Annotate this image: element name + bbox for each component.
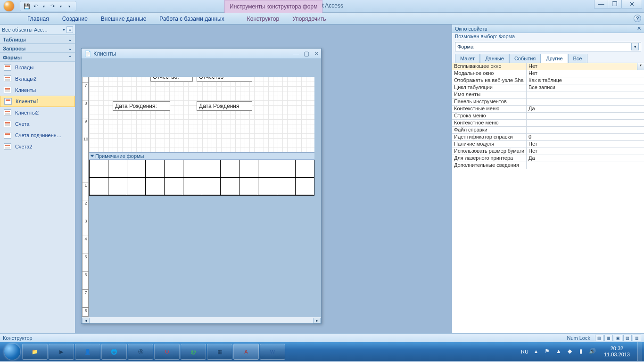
label-control[interactable]: Отчество:	[150, 77, 193, 82]
property-row[interactable]: Для лазерного принтераДа	[452, 155, 644, 162]
property-row[interactable]: Файл справки	[452, 127, 644, 134]
scroll-left-icon[interactable]: ◂	[82, 318, 90, 323]
property-row[interactable]: Имя ленты	[452, 91, 644, 99]
property-row[interactable]: Наличие модуляНет	[452, 141, 644, 148]
taskbar-explorer[interactable]: 📁	[22, 344, 48, 360]
nav-item-Клиенты1[interactable]: Клиенты1	[0, 96, 75, 107]
horizontal-scrollbar[interactable]: ◂ ▸	[82, 317, 321, 323]
tray-network-icon[interactable]: ▮	[578, 348, 585, 355]
taskbar-vbox[interactable]: ▦	[207, 344, 232, 360]
redo-icon[interactable]: ↷	[49, 2, 56, 10]
property-tab-Макет[interactable]: Макет	[455, 54, 480, 63]
text-control[interactable]: Отчество	[197, 77, 252, 82]
nav-item-Вклады[interactable]: Вклады	[0, 62, 75, 73]
property-tab-События[interactable]: События	[509, 54, 541, 63]
save-icon[interactable]: 💾	[23, 2, 31, 10]
workspace: 📄 Клиенты — ▢ ✕ 123456789101112 78910123…	[75, 25, 452, 333]
property-row[interactable]: Контекстные менюДа	[452, 106, 644, 113]
chevron-down-icon[interactable]: ▾	[63, 27, 65, 32]
tray-volume-icon[interactable]: 🔊	[589, 348, 596, 355]
close-button[interactable]: ✕	[621, 0, 642, 8]
nav-item-Счета2[interactable]: Счета2	[0, 141, 75, 152]
redo-dropdown-icon[interactable]: ▾	[57, 2, 65, 10]
nav-item-Счета[interactable]: Счета	[0, 118, 75, 130]
taskbar-wmp[interactable]: ▶	[49, 344, 74, 360]
taskbar-app1[interactable]: 👤	[75, 344, 100, 360]
view-btn-4[interactable]: ▨	[623, 335, 632, 341]
scroll-right-icon[interactable]: ▸	[313, 318, 321, 323]
office-button[interactable]	[0, 0, 18, 13]
tray-shield-icon[interactable]: ▲	[555, 348, 562, 355]
property-row[interactable]: Панель инструментов	[452, 99, 644, 106]
property-row[interactable]: Отображать на веб-узле ShaКак в таблице	[452, 77, 644, 84]
form-window-titlebar[interactable]: 📄 Клиенты — ▢ ✕	[82, 49, 321, 59]
nav-section-forms[interactable]: Формы⌃	[0, 53, 75, 62]
view-btn-5[interactable]: ▥	[633, 335, 641, 341]
ribbon-tab-home[interactable]: Главная	[21, 14, 56, 24]
dropdown-icon[interactable]: ▾	[631, 43, 639, 50]
taskbar-chrome[interactable]: 🌐	[101, 344, 127, 360]
help-icon[interactable]: ?	[634, 15, 641, 22]
taskbar-access[interactable]: A	[233, 344, 259, 360]
form-icon	[4, 109, 11, 116]
maximize-button[interactable]: ❐	[608, 0, 622, 8]
property-row[interactable]: Всплывающее окноНет▾	[452, 63, 644, 70]
text-control[interactable]: Дата Рождения	[197, 101, 252, 111]
property-row[interactable]: Цикл табуляцииВсе записи	[452, 84, 644, 91]
lang-indicator[interactable]: RU	[521, 349, 528, 354]
form-footer-section[interactable]	[89, 160, 314, 196]
property-row[interactable]: Модальное окноНет	[452, 70, 644, 77]
show-desktop-button[interactable]	[637, 342, 642, 361]
view-btn-2[interactable]: ▦	[604, 335, 613, 341]
form-close-button[interactable]: ✕	[314, 50, 319, 57]
nav-section-queries[interactable]: Запросы⌄	[0, 44, 75, 53]
vertical-ruler[interactable]: 7891012345678	[82, 77, 89, 317]
taskbar-word[interactable]: W	[260, 344, 285, 360]
label-control[interactable]: Дата Рождения:	[113, 101, 170, 111]
tray-clock[interactable]: 20:32 11.03.2013	[600, 346, 634, 358]
ribbon-tab-design[interactable]: Конструктор	[240, 14, 286, 24]
nav-item-Клиенты2[interactable]: Клиенты2	[0, 107, 75, 118]
property-row[interactable]: Дополнительные сведения	[452, 162, 644, 169]
ribbon-tab-create[interactable]: Создание	[56, 14, 94, 24]
tray-flag-icon[interactable]: ⚑	[544, 348, 551, 355]
taskbar-ie[interactable]: ⓔ	[128, 344, 153, 360]
nav-header[interactable]: Все объекты Acc… ▾ «	[0, 25, 75, 35]
form-minimize-button[interactable]: —	[293, 50, 299, 57]
taskbar-app2[interactable]: @	[181, 344, 206, 360]
property-tab-Данные[interactable]: Данные	[480, 54, 509, 63]
detail-section[interactable]: Отчество:ОтчествоДата Рождения:Дата Рожд…	[89, 77, 314, 152]
ribbon-tab-db[interactable]: Работа с базами данных	[153, 14, 231, 24]
minimize-button[interactable]: —	[594, 0, 608, 8]
nav-item-Вклады2[interactable]: Вклады2	[0, 73, 75, 84]
design-surface[interactable]: Отчество:ОтчествоДата Рождения:Дата Рожд…	[89, 77, 314, 317]
nav-section-tables[interactable]: Таблицы⌄	[0, 35, 75, 44]
property-sheet-close-icon[interactable]: ✕	[637, 25, 641, 32]
dropdown-icon[interactable]: ▾	[637, 63, 644, 70]
ribbon-tab-external[interactable]: Внешние данные	[94, 14, 153, 24]
start-button[interactable]	[3, 342, 22, 361]
undo-icon[interactable]: ↶	[32, 2, 39, 10]
collapse-nav-icon[interactable]: «	[66, 26, 73, 33]
property-row[interactable]: Использовать размер бумагиНет	[452, 148, 644, 155]
property-tab-Другие[interactable]: Другие	[541, 54, 568, 63]
nav-item-Счета подчиненн…[interactable]: Счета подчиненн…	[0, 130, 75, 141]
property-object-combo[interactable]: Форма ▾	[455, 42, 641, 51]
taskbar: 📁 ▶ 👤 🌐 ⓔ O @ ▦ A W RU ▴ ⚑ ▲ ◆ ▮ 🔊 20:32…	[0, 342, 644, 361]
view-btn-1[interactable]: ▤	[595, 335, 603, 341]
property-row[interactable]: Контекстное меню	[452, 120, 644, 127]
title-bar: 💾 ↶ ▾ ↷ ▾ ▾ Microsoft Access Инструменты…	[0, 0, 644, 13]
view-btn-3[interactable]: ▣	[614, 335, 622, 341]
tray-up-icon[interactable]: ▴	[532, 348, 540, 355]
ribbon-tab-arrange[interactable]: Упорядочить	[286, 14, 332, 24]
nav-item-Клиенты[interactable]: Клиенты	[0, 84, 75, 96]
taskbar-opera[interactable]: O	[154, 344, 180, 360]
tray-app-icon[interactable]: ◆	[566, 348, 574, 355]
undo-dropdown-icon[interactable]: ▾	[40, 2, 48, 10]
qat-customize-icon[interactable]: ▾	[66, 2, 73, 10]
form-footer-bar[interactable]: Примечание формы	[89, 152, 314, 160]
property-tab-Все[interactable]: Все	[568, 54, 587, 63]
form-maximize-button[interactable]: ▢	[304, 50, 309, 57]
property-row[interactable]: Строка меню	[452, 113, 644, 120]
property-row[interactable]: Идентификатор справки0	[452, 134, 644, 141]
